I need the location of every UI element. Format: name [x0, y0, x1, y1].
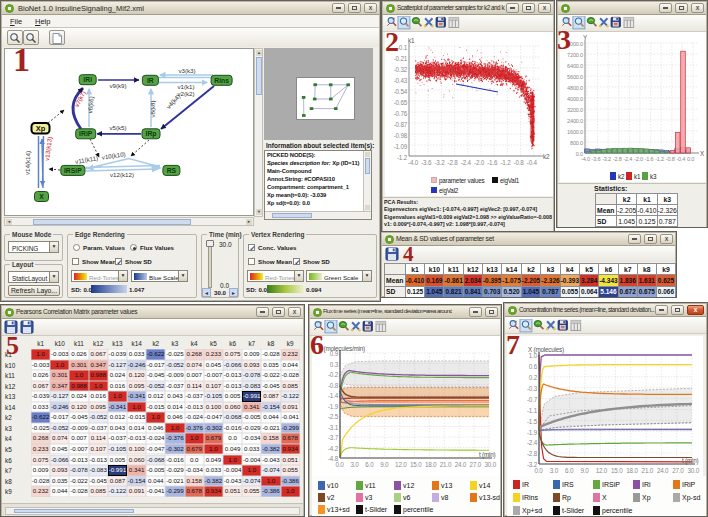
svg-text:Rins: Rins [214, 77, 229, 84]
svg-text:v7(k7): v7(k7) [73, 90, 87, 108]
svg-text:Xp: Xp [36, 124, 46, 133]
svg-text:v4(k4): v4(k4) [165, 93, 182, 110]
svg-text:v11(k11): v11(k11) [75, 154, 99, 165]
svg-text:IRSiP: IRSiP [64, 167, 82, 174]
svg-text:v12(k12): v12(k12) [110, 171, 134, 178]
svg-text:IRiP: IRiP [79, 130, 93, 137]
svg-text:IRi: IRi [83, 76, 92, 83]
svg-text:v14(k14): v14(k14) [24, 151, 32, 175]
svg-text:RS: RS [167, 167, 177, 174]
svg-text:IRp: IRp [146, 130, 157, 138]
svg-text:IR: IR [147, 77, 154, 84]
svg-text:X: X [39, 193, 44, 200]
svg-text:v6(k6): v6(k6) [86, 96, 94, 114]
svg-text:v9(k9): v9(k9) [109, 82, 126, 89]
svg-text:v10(k10): v10(k10) [101, 150, 126, 160]
svg-text:v3(k3): v3(k3) [178, 67, 195, 74]
svg-text:v13(k13): v13(k13) [43, 136, 53, 161]
svg-text:v1(k1): v1(k1) [177, 83, 194, 90]
svg-text:v8(k8): v8(k8) [149, 100, 156, 117]
svg-text:v5(k5): v5(k5) [109, 124, 126, 131]
